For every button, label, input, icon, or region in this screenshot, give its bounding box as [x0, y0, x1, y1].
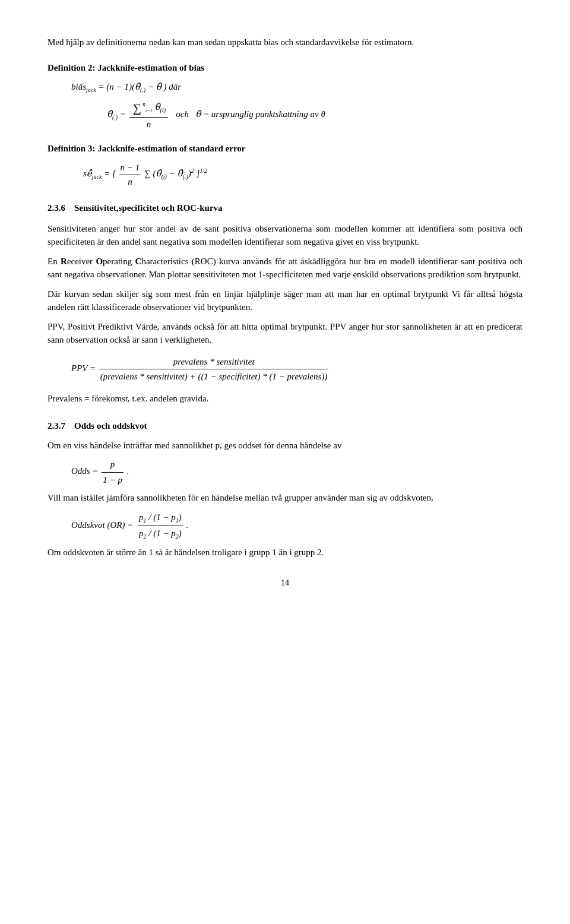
- page-number: 14: [48, 577, 522, 589]
- odds-formula-block: Odds = p 1 − p .: [71, 458, 522, 486]
- ppv-formula-block: PPV = prevalens * sensitivitet (prevalen…: [71, 355, 522, 384]
- definition-3-subtitle: Jackknife-estimation of standard error: [97, 144, 245, 153]
- section-237-para1: Om en viss händelse inträffar med sannol…: [48, 439, 522, 452]
- definition-2-subtitle: Jackknife-estimation of bias: [97, 63, 204, 72]
- bias-formula-block: biâsjack = (n − 1)(θ̂(.) − θ̂ ) där θ̂(.…: [71, 80, 522, 131]
- definition-3-title: Definition 3: Jackknife-estimation of st…: [48, 142, 522, 156]
- section-237-number: 2.3.7: [48, 421, 65, 431]
- intro-paragraph: Med hjälp av definitionerna nedan kan ma…: [48, 36, 522, 49]
- bias-where: där: [169, 82, 181, 91]
- prevalens-note: Prevalens = förekomst, t.ex. andelen gra…: [48, 392, 522, 406]
- definition-2-label: Definition 2:: [48, 63, 95, 72]
- section-236-para2: En Receiver Operating Characteristics (R…: [48, 255, 522, 281]
- section-236-para1: Sensitiviteten anger hur stor andel av d…: [48, 222, 522, 249]
- oddskvot-formula-block: Oddskvot (OR) = p1 / (1 − p1) p2 / (1 − …: [71, 511, 522, 541]
- roc-bold-C: C: [135, 257, 142, 266]
- theta-dot-formula: θ̂(.) = ∑ni=1 θ̂(i) n och θ̂ = ursprungl…: [107, 99, 522, 131]
- section-236-para4: PPV, Positivt Prediktivt Värde, används …: [48, 320, 522, 347]
- ppv-denominator: (prevalens * sensitivitet) + ((1 − speci…: [99, 369, 329, 384]
- definition-2-block: Definition 2: Jackknife-estimation of bi…: [48, 61, 522, 131]
- page-container: Med hjälp av definitionerna nedan kan ma…: [0, 0, 570, 637]
- se-formula-block: sê̂jack = [ n − 1 n ∑ (θ̂(i) − θ̂(.))2 ]…: [83, 161, 522, 188]
- section-237-header: 2.3.7 Odds och oddskvot: [48, 419, 522, 433]
- definition-2-title: Definition 2: Jackknife-estimation of bi…: [48, 61, 522, 75]
- section-237-title: Odds och oddskvot: [74, 421, 147, 431]
- oddskvot-numerator: p1 / (1 − p1): [138, 511, 183, 526]
- section-236-title: Sensitivitet,specificitet och ROC-kurva: [74, 203, 223, 213]
- section-237-para3: Om oddskvoten är större än 1 så är hände…: [48, 546, 522, 559]
- definition-3-block: Definition 3: Jackknife-estimation of st…: [48, 142, 522, 189]
- roc-bold-R: R: [61, 257, 67, 266]
- ppv-numerator: prevalens * sensitivitet: [99, 355, 329, 370]
- section-237-para2: Vill man istället jämföra sannolikheten …: [48, 491, 522, 505]
- section-236-para3: Där kurvan sedan skiljer sig som mest fr…: [48, 287, 522, 314]
- roc-bold-O: O: [96, 257, 103, 266]
- ppv-label: PPV =: [71, 363, 98, 373]
- oddskvot-denominator: p2 / (1 − p2): [138, 526, 183, 541]
- bias-lhs: biâsjack = (n − 1)(θ̂(.) − θ̂ ): [71, 82, 169, 91]
- odds-numerator: p: [102, 458, 124, 473]
- section-236-number: 2.3.6: [48, 203, 65, 213]
- odds-period: .: [127, 466, 129, 476]
- odds-denominator: 1 − p: [102, 473, 124, 487]
- oddskvot-period: .: [186, 520, 189, 529]
- bias-formula-line: biâsjack = (n − 1)(θ̂(.) − θ̂ ) där: [71, 80, 522, 94]
- definition-3-label: Definition 3:: [48, 144, 95, 153]
- section-236-header: 2.3.6 Sensitivitet,specificitet och ROC-…: [48, 201, 522, 215]
